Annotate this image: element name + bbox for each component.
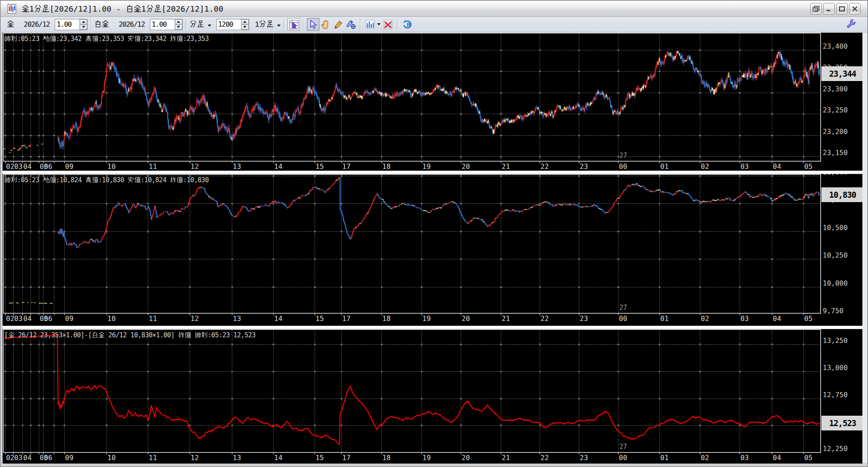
time-axis-label: 15 [315,314,324,323]
maximize-button[interactable] [836,3,848,15]
time-axis-label: 05 [804,314,812,323]
draw-line-button[interactable] [332,18,344,31]
draw-marker-button[interactable] [344,18,357,31]
pan-tool-button[interactable] [319,18,332,31]
time-axis-label: 10 [107,162,116,171]
time-axis-label: 02 [701,314,709,323]
time-axis-label: 11 [149,454,157,462]
price-axis-label: 10,500 [823,224,848,232]
select-tool-button[interactable] [307,18,319,31]
panel-info-line: :05:23 :10,824 :10,830 :10,824 :10,830 [4,176,209,184]
time-axis-label: 03 [740,454,749,462]
bars-off-icon [383,20,393,29]
time-axis-label: 19 [422,162,431,171]
time-axis-label: 03 [14,314,22,323]
gold-multiplier-spinner [79,19,87,30]
time-axis-label: 09 [65,162,73,171]
panel-info-line: :05:23 :23,342 :23,353 :23,342 :23,353 [4,35,209,43]
window-title: 1[2026/12]1.00 - 1[2026/12]1.00 [22,4,223,14]
time-axis-label: 04 [23,162,31,171]
price-axis-label: 10,250 [823,251,848,259]
time-axis-label: 04 [773,454,781,462]
toolbar-separator [91,19,91,30]
pencil-icon [334,20,343,29]
time-axis-label: 18 [382,314,390,323]
time-axis-label: 04 [773,162,781,171]
chevron-down-icon [208,25,211,27]
time-axis-label: 15 [315,162,324,171]
float-window-button[interactable] [810,3,822,15]
time-axis-label: 10 [107,314,116,323]
app-icon [7,4,17,14]
time-axis-label: 00 [619,454,627,462]
chart-pointer-button[interactable] [287,18,300,31]
close-button[interactable] [849,3,861,15]
current-price-box: 10,830 [821,187,862,202]
title-bar: 1[2026/12]1.00 - 1[2026/12]1.00 [1,1,867,17]
time-axis-label: 13 [233,314,241,323]
time-axis-label: 19 [422,454,431,462]
time-axis-label: 13 [233,162,241,171]
date-change-label: 27 [619,304,627,311]
price-axis-label: 12,250 [823,445,848,453]
panel-separator[interactable] [3,171,862,174]
time-axis-label: 00 [619,162,627,171]
time-axis-label: 12 [190,454,199,462]
chart-clear-button[interactable] [381,18,394,31]
toolbar: 2026/12 2026/12 [1,17,867,32]
reload-button[interactable]: R [401,18,413,31]
time-axis-label: 01 [660,162,668,171]
gold-symbol-label [7,20,14,29]
price-axis-label: 12,750 [823,391,848,399]
select-icon [309,20,318,29]
time-axis-label: 03 [740,314,749,323]
chart-panel-platinum: :05:23 :10,824 :10,830 :10,824 :10,83011… [3,174,862,326]
gold-multiplier-up-button[interactable] [80,19,87,25]
time-axis-label: 22 [540,162,549,171]
pan-icon [321,20,331,29]
price-axis-label: 23,400 [823,42,848,50]
time-axis-label: 05 [804,162,812,171]
settings-wrench-icon[interactable] [846,19,856,31]
current-price-box: 12,523 [821,416,862,430]
time-axis-label: 14 [274,314,282,323]
interval-dropdown[interactable]: 1 [255,20,281,29]
price-axis-label: 23,200 [823,128,848,136]
platinum-multiplier-up-button[interactable] [175,19,182,25]
time-axis-label: 03 [740,162,749,171]
time-axis-label: 21 [502,314,510,323]
platinum-multiplier-down-button[interactable] [175,25,182,30]
time-axis-label: 22 [540,454,549,462]
time-axis-label: 15 [315,454,324,462]
chevron-down-icon [277,25,281,27]
time-axis-label: 02 [6,314,14,323]
bar-count-down-button[interactable] [241,25,249,30]
platinum-symbol-label [94,20,109,29]
time-axis-label: 19 [422,314,431,323]
platinum-multiplier-value[interactable] [150,19,175,30]
chart-pointer-icon [289,20,299,29]
platinum-contract-label: 2026/12 [119,20,144,28]
time-axis-label: 22 [540,314,549,323]
minimize-button[interactable] [823,3,835,15]
chart-style-button[interactable] [364,18,376,31]
panel-separator[interactable] [3,326,862,329]
bar-count-value[interactable] [217,19,241,30]
bar-type-dropdown[interactable] [190,20,211,29]
gold-multiplier-value[interactable] [55,19,79,30]
time-axis-label: 20 [462,162,470,171]
gold-multiplier-down-button[interactable] [80,25,87,30]
time-axis-label: 09 [65,454,73,462]
time-axis-label: 06 [44,314,52,323]
bar-count-up-button[interactable] [241,19,249,25]
toolbar-separator [360,19,361,30]
window-controls [810,3,861,15]
time-axis-label: 01 [660,314,668,323]
price-axis-label: 13,000 [823,364,848,372]
bar-count-input [216,19,249,30]
time-axis-label: 14 [274,162,282,171]
app-window: 1[2026/12]1.00 - 1[2026/12]1.00 2026/12 … [0,0,868,467]
toolbar-separator [284,19,284,30]
time-axis-label: 03 [14,162,22,171]
time-axis-label: 02 [701,162,709,171]
